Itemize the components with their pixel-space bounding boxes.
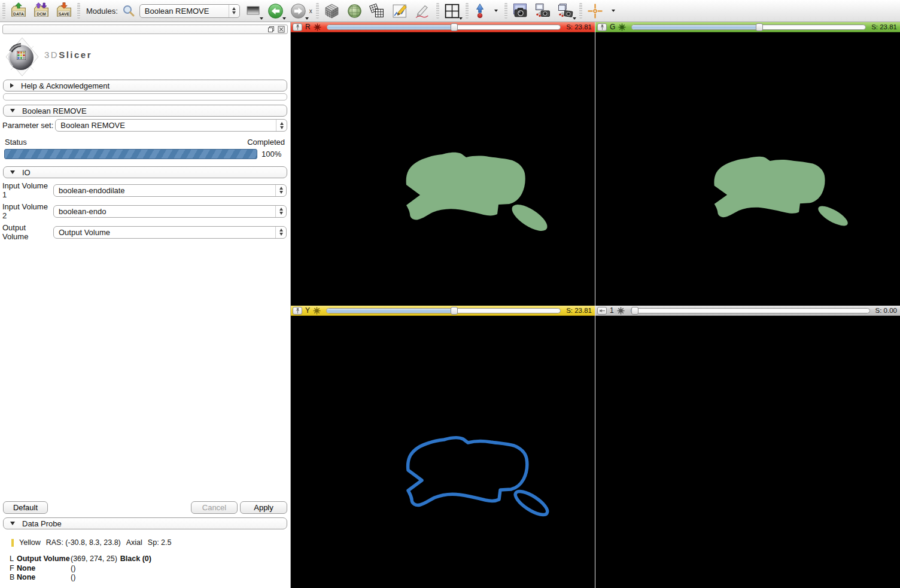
mouse-mode-caret <box>494 10 498 12</box>
editor-module-button[interactable] <box>391 1 410 20</box>
cancel-button[interactable]: Cancel <box>191 501 238 514</box>
scene-view-restore-button[interactable] <box>557 1 576 20</box>
slice-view-label: G <box>610 23 615 31</box>
slice-offset-slider[interactable] <box>630 307 870 315</box>
toolbar-grip[interactable] <box>77 3 80 19</box>
panel-titlebar <box>2 25 288 34</box>
models-module-button[interactable] <box>345 1 364 20</box>
status-state: Completed <box>247 138 285 147</box>
markups-module-button[interactable] <box>413 1 433 20</box>
module-selector[interactable]: Boolean REMOVE <box>139 4 240 18</box>
screenshot-button[interactable] <box>511 1 530 20</box>
svg-text:DCM: DCM <box>37 12 46 16</box>
output-volume-value: Output Volume <box>59 228 110 237</box>
pin-button[interactable] <box>597 307 607 315</box>
slicer-logo-text: 3DSlicer <box>44 50 92 60</box>
slice-slider-handle[interactable] <box>756 23 763 31</box>
slice-menu-icon[interactable] <box>314 23 321 31</box>
yellow-slice-canvas[interactable] <box>291 316 595 588</box>
slice-menu-icon[interactable] <box>618 23 626 31</box>
close-panel-button[interactable] <box>278 26 285 33</box>
boolean-remove-section[interactable]: Boolean REMOVE <box>3 105 287 117</box>
toolbar-grip[interactable] <box>436 3 439 19</box>
main-toolbar: DATA DCM SAVE Modules: <box>0 0 900 22</box>
crosshair-caret <box>612 10 615 12</box>
contour-outline <box>408 438 527 505</box>
progress-percent: 100% <box>262 150 281 159</box>
layout-selector-button[interactable] <box>443 1 462 20</box>
module-forward-button[interactable] <box>289 1 308 20</box>
slice-offset-slider[interactable] <box>326 307 561 315</box>
dicom-button[interactable]: DCM <box>32 1 51 20</box>
mouse-mode-dropdown[interactable] <box>491 1 501 20</box>
segment-region <box>714 157 825 217</box>
input-volume-1-selector[interactable]: boolean-endodilate <box>53 184 287 197</box>
toolbar-grip[interactable] <box>316 3 319 19</box>
yellow-slice-view: Y S: 23.81 <box>291 306 595 588</box>
models-module-icon <box>346 3 363 19</box>
slice-view-label: Y <box>305 306 310 315</box>
module-panel: 3DSlicer Help & Acknowledgement Boolean … <box>0 22 291 588</box>
default-button[interactable]: Default <box>3 501 48 514</box>
module-search-button[interactable] <box>121 1 136 20</box>
slicer-logo: 3DSlicer <box>0 34 290 80</box>
float-panel-button[interactable] <box>267 26 275 33</box>
slice-name: Yellow <box>19 538 41 547</box>
red-slice-canvas[interactable] <box>291 32 595 306</box>
toolbar-grip[interactable] <box>466 3 469 19</box>
toolbar-grip[interactable] <box>579 3 582 19</box>
toolbar-overflow-marker[interactable]: x <box>309 8 312 14</box>
section-label: IO <box>22 168 31 177</box>
pin-button[interactable] <box>597 23 607 31</box>
slice-slider-handle[interactable] <box>451 307 458 315</box>
module-back-button[interactable] <box>266 1 285 20</box>
apply-button[interactable]: Apply <box>240 501 287 514</box>
slice-offset-value: S: 0.00 <box>875 307 897 314</box>
screenshot-icon <box>513 3 528 19</box>
slice-offset-slider[interactable] <box>327 23 561 31</box>
toolbar-grip[interactable] <box>504 3 507 19</box>
transforms-module-icon <box>369 3 385 19</box>
module-history-icon <box>247 6 260 16</box>
output-volume-selector[interactable]: Output Volume <box>53 226 287 239</box>
data-module-button[interactable] <box>323 1 342 20</box>
data-probe-location: Yellow RAS: (-30.8, 8.3, 23.8) Axial Sp:… <box>11 538 290 547</box>
slice-view-area: R S: 23.81 <box>291 22 900 588</box>
module-selector-spinner <box>229 5 239 17</box>
contour-outline-small <box>512 487 551 519</box>
compare-slice-canvas[interactable] <box>595 316 900 588</box>
io-section[interactable]: IO <box>3 166 287 178</box>
green-slice-canvas[interactable] <box>595 32 900 306</box>
slice-menu-icon[interactable] <box>617 307 625 315</box>
selector-spinner <box>275 227 286 238</box>
mouse-mode-button[interactable] <box>472 1 488 20</box>
pin-button[interactable] <box>293 307 302 315</box>
crosshair-button[interactable] <box>586 1 605 20</box>
selector-spinner <box>275 206 286 217</box>
expanded-arrow-icon <box>10 109 15 112</box>
toolbar-grip[interactable] <box>2 3 5 19</box>
slice-offset-slider[interactable] <box>631 23 866 31</box>
slicer-window: DATA DCM SAVE Modules: <box>0 0 900 588</box>
slice-menu-icon[interactable] <box>313 307 321 315</box>
scene-view-caret <box>573 17 576 20</box>
data-probe-section[interactable]: Data Probe <box>3 517 287 529</box>
parameter-set-value: Boolean REMOVE <box>60 121 125 130</box>
expanded-arrow-icon <box>10 170 15 174</box>
probe-layer-row: F None () <box>10 564 290 573</box>
slice-slider-handle[interactable] <box>631 307 638 315</box>
slice-view-label: 1 <box>610 306 614 315</box>
data-probe-layers: L Output Volume (369, 274, 25) Black (0)… <box>10 555 290 582</box>
scene-view-button[interactable] <box>534 1 553 20</box>
transforms-module-button[interactable] <box>368 1 387 20</box>
module-history-button[interactable] <box>244 1 263 20</box>
parameter-set-selector[interactable]: Boolean REMOVE <box>55 119 287 132</box>
save-button[interactable]: SAVE <box>54 1 74 20</box>
input-volume-2-selector[interactable]: boolean-endo <box>53 205 287 218</box>
load-data-button[interactable]: DATA <box>9 1 28 20</box>
pin-button[interactable] <box>293 23 302 31</box>
help-acknowledgement-section[interactable]: Help & Acknowledgement <box>3 80 287 92</box>
slice-slider-handle[interactable] <box>451 23 458 31</box>
empty-collapsible-bar <box>3 93 287 100</box>
crosshair-dropdown[interactable] <box>609 1 618 20</box>
